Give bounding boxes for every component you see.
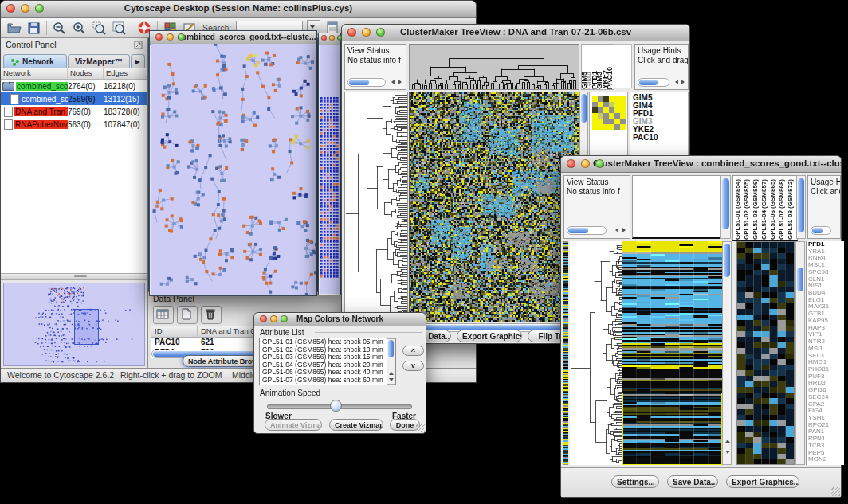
treeview2-labels-vscrollbar[interactable] [796, 175, 806, 239]
network-row-combined-sco-selected[interactable]: combined_sco 2569(6) 13112(15) [1, 92, 147, 105]
network-window2-titlebar[interactable] [319, 33, 340, 45]
close-icon[interactable] [567, 159, 575, 168]
save-session-icon[interactable] [26, 21, 41, 35]
network-view-window-2 [318, 33, 341, 295]
delete-attribute-icon[interactable] [201, 306, 222, 324]
network-row-combined-scores[interactable]: combined_scores 2764(0) 16218(0) [1, 80, 147, 92]
network-doc-icon [4, 107, 13, 117]
network-row-dna-tran[interactable]: DNA and Tran 07 769(0) 183728(0) [1, 105, 147, 118]
usage-hints-hscrollbar[interactable] [638, 78, 669, 87]
resize-grip[interactable] [416, 424, 425, 432]
treeview1-heatmap[interactable] [409, 92, 579, 322]
treeview2-row-dendrogram[interactable] [570, 241, 622, 465]
treeview2-column-labels[interactable]: GPL51-01 (GSM854)GPL51-02 (GSM855)GPL51-… [732, 175, 798, 241]
gene-label[interactable]: MON2 [808, 456, 844, 463]
view-status-hscrollbar[interactable] [347, 78, 386, 87]
minimize-icon[interactable] [167, 33, 174, 41]
treeview2-heatmap[interactable] [622, 241, 722, 465]
close-icon[interactable] [155, 33, 163, 41]
treeview2-gene-list[interactable]: PFD1YRA1RNR4MSL1SPC98CLN1NIS1BUD4ELG1MAK… [806, 241, 844, 465]
panel-splitter[interactable] [1, 273, 147, 280]
treeview2-detail-vscrollbar[interactable] [795, 241, 805, 465]
scroll-left-icon[interactable] [675, 80, 678, 84]
birdseye-viewport-rect[interactable] [74, 309, 99, 345]
tab-overflow-button[interactable]: ▶ [131, 54, 145, 68]
scroll-left-icon[interactable] [615, 228, 618, 232]
save-data-button[interactable]: Save Data... [667, 475, 718, 488]
attribute-list-vscrollbar[interactable] [387, 338, 395, 385]
export-graphics-button[interactable]: Export Graphics... [457, 330, 522, 342]
zoom-window-icon[interactable] [178, 33, 185, 41]
gene-label[interactable]: PAC10 [633, 134, 688, 142]
minimize-icon[interactable] [362, 28, 371, 37]
move-attribute-up-button[interactable]: ^ [402, 346, 424, 356]
network-view2-canvas-area[interactable] [320, 45, 340, 294]
minimize-icon[interactable] [581, 159, 590, 168]
birdseye-view[interactable] [3, 283, 145, 366]
network-list: Network Nodes Edges combined_scores 2764… [1, 68, 147, 275]
zoom-window-icon[interactable] [35, 4, 44, 13]
zoom-window-icon[interactable] [376, 28, 385, 37]
tab-vizmapper[interactable]: VizMapper™ [68, 54, 130, 68]
usage-hints-label: Usage Hi [811, 178, 841, 186]
settings-button[interactable]: Settings... [611, 475, 659, 488]
treeview1-column-labels[interactable]: GIM5GIM4PFD1GIM3YKE2PAC10 [581, 44, 614, 90]
treeview2-vscrollbar[interactable] [722, 241, 732, 465]
treeview2-top-vscrollbar[interactable] [720, 175, 731, 239]
minimize-icon[interactable] [270, 315, 277, 322]
scroll-right-icon[interactable] [681, 80, 685, 84]
treeview2-titlebar[interactable]: ClusterMaker TreeView : combined_scores_… [561, 156, 841, 173]
treeview1-row-dendrogram[interactable] [344, 92, 408, 322]
minimize-icon[interactable] [329, 35, 335, 41]
attribute-list-item[interactable]: GPL51-07 (GSM868) heat shock 60 min [260, 377, 395, 385]
zoom-fit-icon[interactable] [112, 21, 127, 35]
usage-hints-hscrollbar[interactable] [811, 226, 831, 235]
scroll-left-icon[interactable] [391, 80, 395, 84]
scroll-up-icon[interactable] [725, 440, 730, 443]
float-panel-icon[interactable] [134, 41, 143, 49]
attribute-listbox[interactable]: GPL51-01 (GSM854) heat shock 05 minGPL51… [259, 338, 396, 385]
view-status-label: View Status [567, 178, 609, 186]
zoom-window-icon[interactable] [281, 315, 288, 322]
animate-vizmap-button[interactable]: Animate Vizmap [265, 419, 322, 431]
treeview1-titlebar[interactable]: ClusterMaker TreeView : DNA and Tran 07-… [342, 25, 689, 41]
usage-hints-text: Click and drag tc [638, 56, 689, 64]
close-icon[interactable] [6, 4, 15, 13]
resize-grip[interactable] [831, 487, 840, 496]
tab-network[interactable]: Network [3, 54, 67, 68]
network-window-titlebar[interactable]: combined_scores_good.txt--cluste... [150, 31, 316, 45]
zoom-window-icon[interactable] [595, 159, 604, 168]
main-titlebar[interactable]: Cytoscape Desktop (Session Name: collins… [1, 1, 476, 18]
slider-thumb[interactable] [330, 400, 342, 412]
treeview1-column-dendrogram[interactable] [409, 44, 579, 90]
close-icon[interactable] [321, 35, 327, 41]
zoom-selected-icon[interactable] [92, 21, 107, 35]
treeview2-column-dendrogram-area[interactable] [632, 175, 720, 239]
column-header-edges[interactable]: Edges [104, 68, 147, 79]
minimize-icon[interactable] [21, 4, 29, 13]
scroll-down-icon[interactable] [389, 378, 394, 381]
view-status-hscrollbar[interactable] [567, 226, 607, 235]
attribute-table-icon[interactable] [153, 306, 174, 324]
scroll-down-icon[interactable] [725, 451, 730, 454]
create-vizmap-button[interactable]: Create Vizmap [329, 419, 383, 431]
dialog-titlebar[interactable]: Map Colors to Network [254, 313, 426, 326]
new-attribute-icon[interactable] [177, 306, 198, 324]
network-view-canvas-area[interactable] [151, 44, 316, 295]
column-header-id[interactable]: ID [151, 326, 198, 337]
zoom-in-icon[interactable] [72, 21, 87, 35]
close-icon[interactable] [347, 28, 356, 37]
treeview2-global-overview-strip[interactable] [563, 241, 568, 465]
move-attribute-down-button[interactable]: v [402, 361, 424, 371]
column-header-network[interactable]: Network [1, 68, 68, 79]
column-header-nodes[interactable]: Nodes [68, 68, 104, 79]
scroll-up-icon[interactable] [389, 372, 394, 375]
zoom-out-icon[interactable] [52, 21, 67, 35]
treeview2-detail-heatmap[interactable] [736, 241, 795, 465]
close-icon[interactable] [260, 315, 267, 322]
scroll-right-icon[interactable] [398, 80, 402, 84]
export-graphics-button[interactable]: Export Graphics... [726, 475, 799, 488]
network-row-rnapuber[interactable]: RNAPuberNov2+! 563(0) 107847(0) [1, 118, 147, 131]
open-network-icon[interactable] [6, 21, 22, 35]
scroll-right-icon[interactable] [622, 228, 626, 232]
